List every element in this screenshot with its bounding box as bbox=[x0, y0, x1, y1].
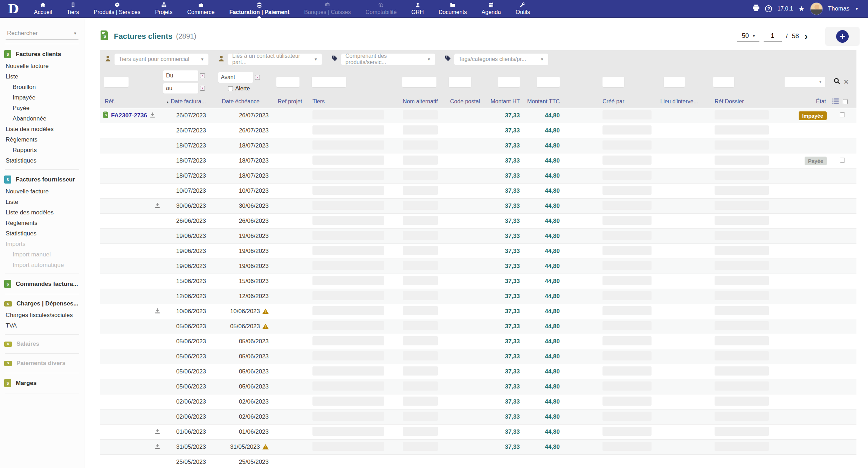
sidebar-item-1-7[interactable]: Import automatique bbox=[0, 260, 84, 270]
filter-chip-select[interactable]: Tags/catégories clients/pr... ▼ bbox=[454, 54, 548, 65]
column-header-datef[interactable]: ▲Date factura... bbox=[165, 95, 210, 108]
column-header-ht[interactable]: Montant HT bbox=[489, 95, 522, 108]
sidebar-section-0[interactable]: $ Factures clients bbox=[0, 47, 84, 61]
sidebar-section-6[interactable]: $ Marges bbox=[0, 376, 84, 390]
search-folder-input[interactable] bbox=[713, 77, 734, 87]
sidebar-item-3-0[interactable]: Charges fiscales/sociales bbox=[0, 310, 84, 321]
table-row[interactable]: 26/06/2023 26/06/2023 37,33 44,80 bbox=[100, 214, 856, 229]
search-altname-input[interactable] bbox=[402, 77, 436, 87]
column-header-refdoss[interactable]: Réf Dossier bbox=[711, 95, 774, 108]
column-header-cp[interactable]: Code postal bbox=[443, 95, 489, 108]
select-all-checkbox[interactable] bbox=[843, 99, 848, 104]
sidebar-item-1-0[interactable]: Nouvelle facture bbox=[0, 186, 84, 197]
sidebar-item-0-4[interactable]: Payée bbox=[0, 103, 84, 113]
clear-search-icon[interactable]: ✕ bbox=[843, 78, 849, 86]
chevron-down-icon[interactable]: ▼ bbox=[855, 6, 859, 11]
search-location-input[interactable] bbox=[664, 77, 685, 87]
nav-item-4[interactable]: Commerce bbox=[180, 0, 222, 17]
calendar-picker-icon[interactable] bbox=[200, 86, 205, 91]
search-zip-input[interactable] bbox=[449, 77, 471, 87]
column-header-lieu[interactable]: Lieu d'interve... bbox=[659, 95, 711, 108]
table-row[interactable]: 30/06/2023 30/06/2023 37,33 44,80 bbox=[100, 199, 856, 214]
filter-chip-2[interactable]: Comprenant des produits/servic... ▼ bbox=[331, 54, 435, 65]
table-row[interactable]: 19/06/2023 19/06/2023 37,33 44,80 bbox=[100, 244, 856, 259]
table-row[interactable]: 05/06/2023 05/06/2023 37,33 44,80 bbox=[100, 349, 856, 364]
sidebar-item-1-6[interactable]: Import manuel bbox=[0, 249, 84, 260]
help-icon[interactable]: ? bbox=[765, 5, 772, 12]
nav-item-2[interactable]: Produits | Services bbox=[87, 0, 148, 17]
calendar-picker-icon[interactable] bbox=[255, 75, 260, 80]
table-row[interactable]: 18/07/2023 18/07/2023 37,33 44,80 Payée bbox=[100, 153, 856, 168]
nav-item-5[interactable]: Facturation | Paiement bbox=[222, 0, 297, 17]
status-filter-select[interactable]: ▼ bbox=[785, 77, 825, 87]
nav-item-9[interactable]: Documents bbox=[431, 0, 474, 17]
sidebar-item-0-0[interactable]: Nouvelle facture bbox=[0, 61, 84, 71]
sidebar-item-0-9[interactable]: Statistiques bbox=[0, 156, 84, 166]
sidebar-item-0-2[interactable]: Brouillon bbox=[0, 82, 84, 92]
table-row[interactable]: 26/07/2023 26/07/2023 37,33 44,80 bbox=[100, 123, 856, 138]
table-row[interactable]: 18/07/2023 18/07/2023 37,33 44,80 bbox=[100, 168, 856, 184]
table-row[interactable]: 25/05/2023 25/05/2023 bbox=[100, 455, 856, 468]
sidebar-item-0-8[interactable]: Rapports bbox=[0, 145, 84, 156]
next-page-button[interactable]: › bbox=[803, 32, 809, 41]
table-row[interactable]: 05/06/2023 05/06/2023 37,33 44,80 bbox=[100, 379, 856, 394]
column-header-ttc[interactable]: Montant TTC bbox=[522, 95, 564, 108]
sidebar-item-1-1[interactable]: Liste bbox=[0, 197, 84, 207]
column-header-etat[interactable]: État bbox=[774, 95, 830, 108]
nav-item-6[interactable]: Banques | Caisses bbox=[297, 0, 358, 17]
table-row[interactable]: 02/06/2023 02/06/2023 37,33 44,80 bbox=[100, 394, 856, 410]
nav-item-3[interactable]: Projets bbox=[148, 0, 180, 17]
column-header-ref[interactable]: Réf. bbox=[100, 95, 165, 108]
filter-chip-select[interactable]: Tiers ayant pour commercial ▼ bbox=[115, 54, 208, 65]
new-invoice-area[interactable]: + bbox=[825, 27, 860, 46]
sidebar-item-0-3[interactable]: Impayée bbox=[0, 92, 84, 103]
sidebar-item-1-3[interactable]: Règlements bbox=[0, 218, 84, 228]
filter-chip-3[interactable]: Tags/catégories clients/pr... ▼ bbox=[445, 54, 548, 65]
table-row[interactable]: $FA2307-2736 26/07/2023 26/07/2023 37,33… bbox=[100, 108, 856, 123]
download-icon[interactable] bbox=[154, 308, 160, 315]
avatar[interactable] bbox=[810, 2, 823, 15]
column-header-creepar[interactable]: Créé par bbox=[564, 95, 659, 108]
sidebar-item-1-4[interactable]: Statistiques bbox=[0, 228, 84, 239]
table-row[interactable]: 05/06/2023 05/06/2023 37,33 44,80 bbox=[100, 334, 856, 349]
sidebar-item-1-5[interactable]: Imports bbox=[0, 239, 84, 249]
column-header-refproj[interactable]: Ref projet bbox=[271, 95, 305, 108]
nav-item-7[interactable]: € Comptabilité bbox=[358, 0, 404, 17]
table-row[interactable]: 10/07/2023 10/07/2023 37,33 44,80 bbox=[100, 184, 856, 199]
search-project-input[interactable] bbox=[276, 77, 299, 87]
table-row[interactable]: 15/06/2023 15/06/2023 37,33 44,80 bbox=[100, 274, 856, 289]
sidebar-item-0-7[interactable]: Règlements bbox=[0, 135, 84, 145]
filter-chip-select[interactable]: Liés à un contact utilisateur part... ▼ bbox=[228, 54, 322, 65]
sidebar-item-1-2[interactable]: Liste des modèles bbox=[0, 207, 84, 218]
table-row[interactable]: 18/07/2023 18/07/2023 37,33 44,80 bbox=[100, 138, 856, 153]
add-invoice-button[interactable]: + bbox=[836, 30, 849, 43]
current-page-input[interactable] bbox=[764, 31, 782, 42]
download-icon[interactable] bbox=[154, 428, 160, 436]
sidebar-item-0-5[interactable]: Abandonnée bbox=[0, 113, 84, 124]
table-row[interactable]: 12/06/2023 12/06/2023 37,33 44,80 bbox=[100, 289, 856, 304]
due-before-input[interactable] bbox=[218, 72, 253, 83]
nav-item-8[interactable]: GRH bbox=[404, 0, 431, 17]
download-icon[interactable] bbox=[154, 202, 160, 210]
sidebar-item-0-6[interactable]: Liste des modèles bbox=[0, 124, 84, 135]
filter-chip-1[interactable]: Liés à un contact utilisateur part... ▼ bbox=[218, 54, 322, 65]
search-author-input[interactable] bbox=[602, 77, 624, 87]
table-row[interactable]: 10/06/2023 10/06/2023 37,33 44,80 bbox=[100, 304, 856, 319]
column-header-tiers[interactable]: Tiers bbox=[305, 95, 399, 108]
printer-icon[interactable] bbox=[752, 4, 760, 13]
download-icon[interactable] bbox=[154, 443, 160, 451]
date-from-input[interactable] bbox=[163, 70, 198, 81]
row-checkbox[interactable] bbox=[840, 112, 845, 117]
column-header-datee[interactable]: Date échéance bbox=[210, 95, 271, 108]
row-checkbox[interactable] bbox=[840, 158, 845, 163]
search-amount-ht-input[interactable] bbox=[498, 77, 520, 87]
table-row[interactable]: 19/06/2023 19/06/2023 37,33 44,80 bbox=[100, 259, 856, 274]
user-name[interactable]: Thomas bbox=[828, 5, 849, 12]
search-ref-input[interactable] bbox=[104, 77, 129, 87]
table-row[interactable]: 05/06/2023 05/06/2023 37,33 44,80 bbox=[100, 319, 856, 334]
dolibarr-logo[interactable]: D bbox=[0, 0, 27, 17]
sidebar-item-3-1[interactable]: TVA bbox=[0, 321, 84, 331]
table-row[interactable]: 02/06/2023 02/06/2023 37,33 44,80 bbox=[100, 410, 856, 425]
table-row[interactable]: 01/06/2023 01/06/2023 37,33 44,80 bbox=[100, 425, 856, 440]
page-size-select[interactable]: 50 ▼ bbox=[737, 31, 759, 42]
